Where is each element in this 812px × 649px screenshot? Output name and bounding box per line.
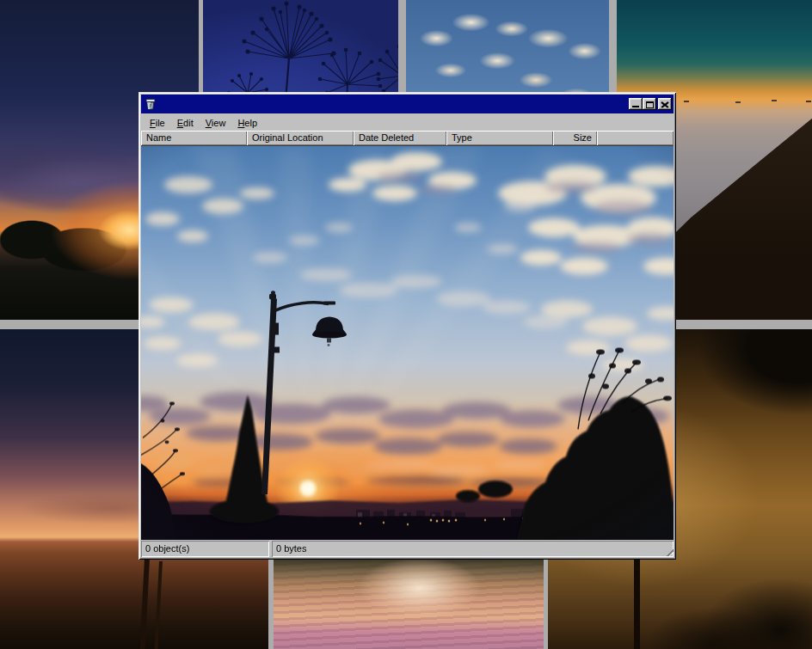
status-bar: 0 object(s) 0 bytes — [141, 541, 674, 557]
titlebar[interactable] — [141, 95, 674, 113]
recycle-bin-window: File Edit View Help Name Original Locati… — [138, 92, 676, 560]
close-button[interactable] — [658, 98, 672, 110]
close-icon — [661, 101, 668, 107]
minimize-icon — [632, 106, 639, 107]
column-header-original-location[interactable]: Original Location — [247, 131, 354, 145]
menu-edit[interactable]: Edit — [171, 116, 200, 130]
menu-bar: File Edit View Help — [141, 114, 674, 131]
column-header-type[interactable]: Type — [446, 131, 553, 145]
minimize-button[interactable] — [629, 98, 643, 110]
column-headers: Name Original Location Date Deleted Type… — [141, 131, 674, 145]
status-objects: 0 object(s) — [141, 541, 269, 557]
menu-view[interactable]: View — [200, 116, 232, 130]
maximize-button[interactable] — [643, 98, 656, 110]
menu-help[interactable]: Help — [231, 116, 263, 130]
water-pole-silhouette — [139, 559, 150, 649]
column-header-filler — [597, 131, 674, 145]
lamp-pole-silhouette — [634, 559, 640, 649]
column-header-size[interactable]: Size — [553, 131, 597, 145]
column-header-name[interactable]: Name — [141, 131, 247, 145]
column-header-date-deleted[interactable]: Date Deleted — [354, 131, 446, 145]
status-bytes: 0 bytes — [272, 541, 674, 557]
menu-file[interactable]: File — [144, 116, 171, 130]
recycle-bin-icon — [144, 97, 157, 111]
sunset-lamp-photo — [141, 146, 674, 540]
maximize-icon — [646, 101, 654, 108]
file-list-area[interactable] — [141, 145, 674, 540]
water-pole-silhouette — [155, 561, 163, 649]
